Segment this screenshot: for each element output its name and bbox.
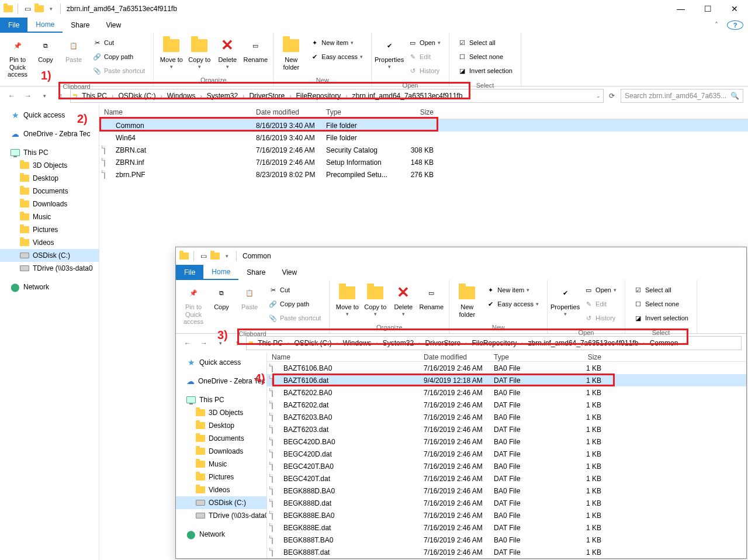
breadcrumb[interactable]: System32 [380, 339, 416, 347]
col-size-header[interactable]: Size [559, 353, 606, 361]
paste-shortcut-button[interactable]: 📎Paste shortcut [266, 312, 323, 324]
nav-pictures[interactable]: Pictures [176, 471, 266, 483]
chevron-right-icon[interactable]: › [288, 93, 292, 99]
col-name-header[interactable]: Name [267, 353, 419, 361]
table-row[interactable]: BEGC420D.BA07/16/2019 2:46 AMBA0 File1 K… [267, 435, 746, 448]
invert-selection-button[interactable]: ◪Invert selection [631, 312, 691, 324]
breadcrumb[interactable]: System32 [205, 92, 240, 100]
breadcrumb[interactable]: Windows [341, 339, 374, 347]
table-row[interactable]: BEGK888T.dat7/16/2019 2:46 AMDAT File1 K… [267, 546, 746, 558]
new-item-button[interactable]: ✦New item [307, 36, 365, 49]
new-folder-button[interactable]: New folder [277, 35, 305, 72]
nav-documents[interactable]: Documents [176, 432, 266, 445]
table-row[interactable]: BAZT6202.BA07/16/2019 2:46 AMBA0 File1 K… [267, 386, 746, 399]
nav-onedrive[interactable]: ☁OneDrive - Zebra Tec [0, 127, 99, 140]
nav-music[interactable]: Music [0, 210, 99, 223]
nav-videos[interactable]: Videos [0, 236, 99, 249]
refresh-button[interactable]: ⟳ [605, 89, 618, 103]
new-item-button[interactable]: ✦New item [483, 284, 541, 296]
nav-documents[interactable]: Documents [0, 185, 99, 198]
nav-3d-objects[interactable]: 3D Objects [176, 406, 266, 419]
paste-button[interactable]: 📋Paste [60, 35, 88, 65]
chevron-right-icon[interactable]: › [241, 93, 245, 99]
qat-properties-icon[interactable]: ▭ [199, 251, 208, 261]
nav-this-pc[interactable]: This PC [0, 146, 99, 159]
rename-button[interactable]: ▭Rename [241, 35, 269, 65]
address-dropdown-icon[interactable]: ⌄ [596, 93, 601, 99]
tab-view[interactable]: View [98, 18, 129, 33]
table-row[interactable]: BEGK888T.BA07/16/2019 2:46 AMBA0 File1 K… [267, 534, 746, 546]
chevron-right-icon[interactable]: › [520, 340, 524, 347]
forward-button[interactable]: → [21, 89, 35, 103]
table-row[interactable]: BAZT6203.dat7/16/2019 2:46 AMDAT File1 K… [267, 423, 746, 435]
properties-button[interactable]: ✔Properties [551, 282, 579, 318]
delete-button[interactable]: ✕Delete [213, 35, 241, 71]
recent-dropdown[interactable]: ▾ [37, 89, 51, 103]
nav-quick-access[interactable]: ★Quick access [176, 356, 266, 369]
paste-shortcut-button[interactable]: 📎Paste shortcut [90, 64, 147, 77]
select-none-button[interactable]: ☐Select none [455, 50, 515, 63]
table-row[interactable]: zbrn.PNF8/23/2019 8:02 PMPrecompiled Set… [99, 168, 748, 181]
chevron-right-icon[interactable]: › [335, 340, 339, 347]
breadcrumb[interactable]: FileRepository [469, 339, 519, 347]
nav-pictures[interactable]: Pictures [0, 223, 99, 236]
nav-network[interactable]: ⬤Network [0, 281, 99, 293]
qat-newfolder-icon[interactable] [34, 4, 44, 13]
breadcrumb[interactable]: zbrn.inf_amd64_7a63513ec4f911fb [526, 339, 641, 347]
properties-button[interactable]: ✔Properties [375, 35, 403, 71]
nav-osdisk[interactable]: OSDisk (C:) [0, 249, 99, 262]
cut-button[interactable]: ✂Cut [266, 284, 323, 296]
table-row[interactable]: ZBRN.inf7/16/2019 2:46 AMSetup Informati… [99, 156, 748, 168]
forward-button[interactable]: → [197, 336, 211, 350]
qat-customize-icon[interactable]: ▾ [46, 4, 56, 13]
close-button[interactable]: ✕ [721, 0, 748, 18]
nav-3d-objects[interactable]: 3D Objects [0, 159, 99, 172]
breadcrumb[interactable]: Common [647, 339, 681, 347]
tab-home[interactable]: Home [203, 265, 238, 280]
minimize-button[interactable]: — [667, 0, 694, 18]
col-date-header[interactable]: Date modified [419, 353, 489, 361]
qat-newfolder-icon[interactable] [210, 251, 220, 261]
tab-share[interactable]: Share [63, 18, 98, 33]
new-folder-button[interactable]: New folder [453, 282, 481, 319]
chevron-right-icon[interactable]: › [199, 93, 203, 99]
chevron-right-icon[interactable]: › [344, 93, 348, 99]
col-size-header[interactable]: Size [392, 108, 438, 116]
table-row[interactable]: Win648/16/2019 3:40 AMFile folder [99, 132, 748, 144]
chevron-right-icon[interactable]: › [642, 340, 646, 347]
copy-to-button[interactable]: Copy to [185, 35, 213, 71]
tab-file[interactable]: File [0, 18, 27, 33]
breadcrumb[interactable]: FileRepository [293, 92, 343, 100]
copy-button[interactable]: ⧉Copy [207, 282, 236, 312]
delete-button[interactable]: ✕Delete [389, 282, 417, 318]
collapse-ribbon-icon[interactable]: ˄ [709, 21, 723, 29]
table-row[interactable]: BEGC420T.dat7/16/2019 2:46 AMDAT File1 K… [267, 472, 746, 485]
cut-button[interactable]: ✂Cut [90, 36, 147, 49]
rename-button[interactable]: ▭Rename [417, 282, 445, 312]
chevron-right-icon[interactable]: › [159, 93, 163, 99]
move-to-button[interactable]: Move to [333, 282, 361, 318]
edit-button[interactable]: ✎Edit [581, 298, 619, 310]
history-button[interactable]: ↺History [581, 312, 619, 324]
nav-tdrive[interactable]: TDrive (\\03s-data0 [0, 262, 99, 275]
easy-access-button[interactable]: ✔Easy access [483, 298, 541, 310]
qat-properties-icon[interactable]: ▭ [23, 4, 32, 13]
table-row[interactable]: BAZT6106.dat9/4/2019 12:18 AMDAT File1 K… [267, 374, 746, 386]
move-to-button[interactable]: Move to [157, 35, 185, 71]
table-row[interactable]: BEGK888D.BA07/16/2019 2:46 AMBA0 File1 K… [267, 485, 746, 497]
col-type-header[interactable]: Type [489, 353, 559, 361]
open-button[interactable]: ▭Open [581, 284, 619, 296]
search-input[interactable]: Search zbrn.inf_amd64_7a635...🔍 [621, 89, 743, 103]
pin-quick-access-button[interactable]: 📌Pin to Quick access [4, 35, 32, 79]
edit-button[interactable]: ✎Edit [406, 50, 443, 63]
up-button[interactable]: ↑ [54, 89, 68, 103]
nav-desktop[interactable]: Desktop [0, 172, 99, 185]
table-row[interactable]: BAZT6202.dat7/16/2019 2:46 AMDAT File1 K… [267, 399, 746, 411]
table-row[interactable]: BEGC420D.dat7/16/2019 2:46 AMDAT File1 K… [267, 448, 746, 460]
address-bar[interactable]: › This PC› OSDisk (C:)› Windows› System3… [70, 89, 604, 103]
maximize-button[interactable]: ☐ [694, 0, 721, 18]
table-row[interactable]: Common8/16/2019 3:40 AMFile folder [99, 119, 748, 132]
copy-to-button[interactable]: Copy to [361, 282, 389, 318]
pin-quick-access-button[interactable]: 📌Pin to Quick access [179, 282, 207, 327]
nav-desktop[interactable]: Desktop [176, 419, 266, 432]
